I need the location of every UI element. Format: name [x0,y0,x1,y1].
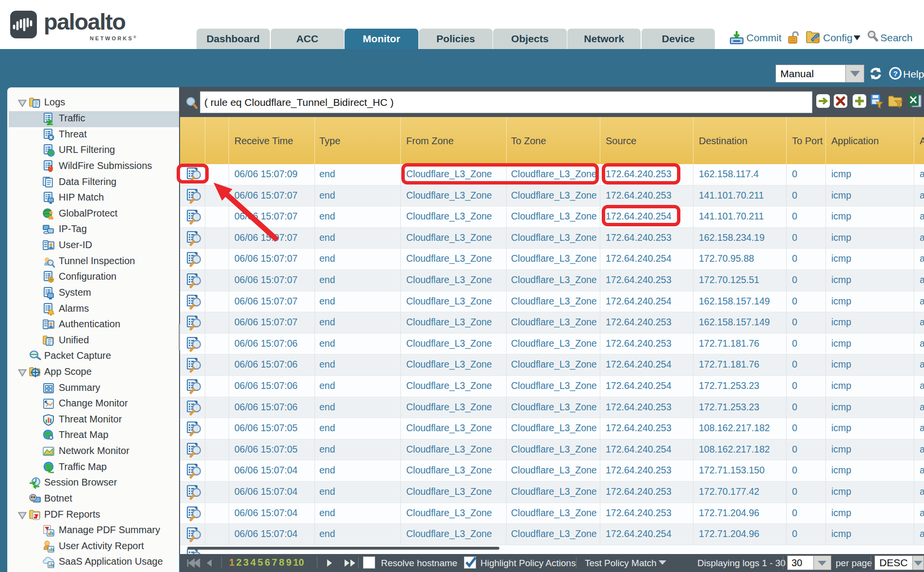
svg-text:?: ? [893,69,897,78]
